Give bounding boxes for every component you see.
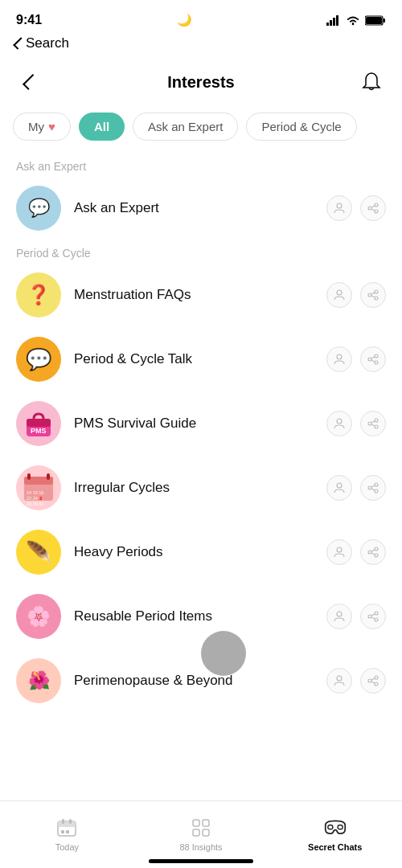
item-title-irregular: Irregular Cycles — [74, 480, 326, 496]
person-icon — [334, 289, 345, 301]
svg-point-30 — [375, 419, 378, 422]
svg-point-55 — [337, 612, 342, 616]
svg-point-52 — [375, 554, 378, 557]
item-actions-ask-expert — [326, 195, 386, 221]
tab-my[interactable]: My ♥ — [13, 113, 71, 141]
action-circle-rp1[interactable] — [326, 604, 352, 629]
action-circle-pms2[interactable] — [360, 411, 386, 436]
home-indicator — [149, 859, 253, 863]
list-item-reusable-period[interactable]: 🌸 Reusable Period Items — [0, 584, 402, 649]
action-circle-per1[interactable] — [326, 668, 352, 694]
action-circle-m1[interactable] — [326, 282, 352, 308]
action-circle-hv1[interactable] — [326, 539, 352, 565]
svg-point-20 — [337, 354, 342, 359]
svg-line-65 — [371, 678, 375, 680]
action-circle-rp2[interactable] — [360, 604, 386, 629]
avatar-reusable: 🌸 — [16, 594, 61, 639]
svg-point-77 — [327, 825, 332, 829]
wifi-icon — [346, 15, 360, 26]
svg-text:29 30 31: 29 30 31 — [27, 502, 43, 506]
list-item-period-cycle-talk[interactable]: 💬 Period & Cycle Talk — [0, 327, 402, 391]
calendar-nav-icon — [56, 817, 77, 838]
svg-rect-72 — [66, 830, 69, 833]
action-circle-hv2[interactable] — [360, 539, 386, 565]
tab-period-cycle[interactable]: Period & Cycle — [246, 113, 356, 141]
bottom-nav: Today 88 Insights Secret Chats — [0, 800, 402, 868]
section-ask-expert-label: Ask an Expert — [0, 154, 402, 176]
svg-rect-1 — [330, 20, 332, 26]
action-circle-pt1[interactable] — [326, 346, 352, 372]
nav-today-label: Today — [55, 842, 79, 852]
item-actions-irregular — [326, 475, 386, 501]
list-item-ask-expert[interactable]: 💬 Ask an Expert — [0, 176, 402, 240]
back-button[interactable] — [16, 68, 45, 96]
svg-point-49 — [337, 547, 342, 552]
avatar-perimenopause: 🌺 — [16, 658, 61, 703]
action-circle-irr2[interactable] — [360, 475, 386, 501]
svg-line-19 — [371, 296, 375, 297]
list-item-menstruation-faqs[interactable]: ❓ Menstruation FAQs — [0, 263, 402, 327]
action-circle-2[interactable] — [360, 195, 386, 221]
person-icon — [334, 482, 345, 493]
share-icon — [367, 418, 379, 429]
item-title-perimenopause: Perimenopause & Beyond — [74, 673, 326, 689]
search-back-row[interactable]: Search — [0, 35, 402, 58]
item-actions-menstruation — [326, 282, 386, 308]
avatar-period-talk: 💬 — [16, 337, 61, 382]
nav-insights[interactable]: 88 Insights — [134, 817, 269, 852]
svg-rect-27 — [27, 419, 51, 427]
action-circle-pt2[interactable] — [360, 346, 386, 372]
svg-point-23 — [375, 361, 378, 364]
svg-line-59 — [371, 614, 375, 616]
svg-line-48 — [371, 489, 375, 490]
tab-all-label: All — [94, 120, 109, 133]
list-item-irregular-cycles[interactable]: 14 15 16 22 24 29 30 31 2 Irregular Cycl… — [0, 456, 402, 520]
action-circle-pms1[interactable] — [326, 411, 352, 436]
action-circle-m2[interactable] — [360, 282, 386, 308]
item-actions-perimenopause — [326, 668, 386, 694]
svg-point-43 — [337, 483, 342, 488]
person-icon — [334, 203, 345, 214]
svg-text:22  24: 22 24 — [27, 496, 38, 501]
section-period-cycle-label: Period & Cycle — [0, 240, 402, 263]
svg-point-11 — [375, 210, 378, 213]
tab-ask-expert[interactable]: Ask an Expert — [133, 113, 238, 141]
svg-rect-76 — [203, 829, 209, 836]
svg-text:14 15 16: 14 15 16 — [27, 490, 43, 495]
item-actions-heavy — [326, 539, 386, 565]
person-icon — [334, 675, 345, 686]
action-circle-irr1[interactable] — [326, 475, 352, 501]
svg-point-62 — [375, 676, 378, 679]
svg-point-4 — [352, 23, 355, 25]
list-item-pms-survival[interactable]: PMS PMS Survival Guide — [0, 391, 402, 456]
action-circle-per2[interactable] — [360, 668, 386, 694]
svg-point-32 — [375, 425, 378, 428]
tab-all[interactable]: All — [79, 113, 125, 141]
svg-point-8 — [337, 203, 342, 208]
svg-text:PMS: PMS — [31, 427, 47, 435]
item-title-pms: PMS Survival Guide — [74, 416, 326, 432]
nav-insights-label: 88 Insights — [179, 842, 222, 852]
bell-button[interactable] — [357, 68, 386, 96]
header: Interests — [0, 58, 402, 106]
search-back-label: Search — [26, 35, 69, 51]
svg-point-31 — [368, 422, 371, 425]
nav-today-icon — [55, 817, 78, 839]
item-title-period-talk: Period & Cycle Talk — [74, 351, 326, 367]
filter-tabs: My ♥ All Ask an Expert Period & Cycle — [0, 106, 402, 154]
nav-insights-icon — [190, 817, 212, 839]
svg-line-34 — [371, 424, 375, 426]
avatar-ask-expert: 💬 — [16, 186, 61, 231]
svg-rect-74 — [203, 820, 209, 826]
list-item-perimenopause[interactable]: 🌺 Perimenopause & Beyond — [0, 649, 402, 713]
nav-secret-chats[interactable]: Secret Chats — [268, 817, 402, 852]
item-title-heavy: Heavy Periods — [74, 544, 326, 560]
svg-line-25 — [371, 360, 375, 362]
svg-line-47 — [371, 485, 375, 487]
list-item-heavy-periods[interactable]: 🪶 Heavy Periods — [0, 520, 402, 584]
svg-rect-7 — [384, 18, 386, 23]
action-circle-1[interactable] — [326, 195, 352, 221]
svg-point-15 — [375, 290, 378, 293]
nav-today[interactable]: Today — [0, 817, 134, 852]
share-icon — [367, 354, 379, 365]
